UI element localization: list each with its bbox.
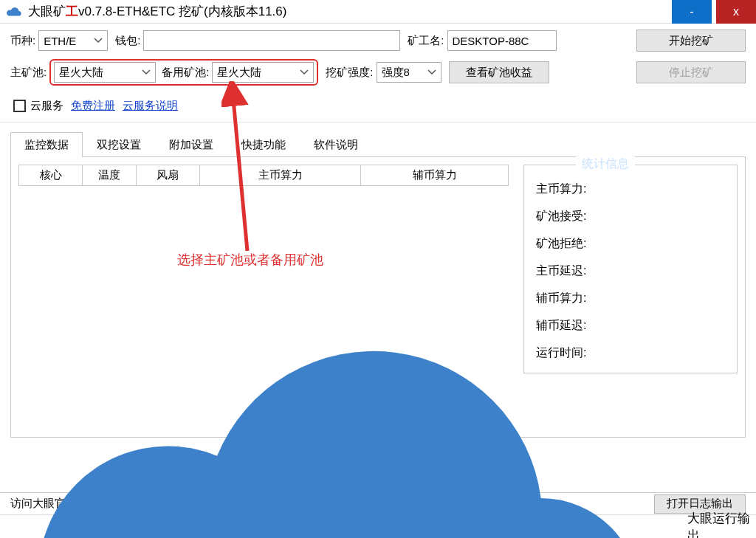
worker-value: DESKTOP-88C — [453, 35, 529, 47]
tabs: 监控数据 双挖设置 附加设置 快捷功能 软件说明 — [10, 131, 746, 157]
wallet-label: 钱包: — [115, 34, 140, 48]
stat-main-delay: 主币延迟: — [536, 263, 725, 279]
toolbar: 币种: ETH/E 钱包: 矿工名: DESKTOP-88C 开始挖矿 主矿池:… — [0, 24, 756, 86]
app-name: 大眼矿 — [28, 4, 66, 18]
titlebar: 大眼矿工v0.7.8-ETH&ETC 挖矿(内核版本11.6) - x — [0, 0, 756, 24]
worker-input[interactable]: DESKTOP-88C — [447, 30, 557, 51]
stats-title: 统计信息 — [576, 156, 635, 172]
main-pool-label: 主矿池: — [10, 66, 47, 80]
tab-additional[interactable]: 附加设置 — [155, 132, 227, 157]
stat-accepted: 矿池接受: — [536, 209, 725, 224]
start-mining-button[interactable]: 开始挖矿 — [636, 30, 746, 52]
stat-rejected: 矿池拒绝: — [536, 236, 725, 252]
toolbar-row-1: 币种: ETH/E 钱包: 矿工名: DESKTOP-88C 开始挖矿 — [10, 30, 746, 52]
cloud-help-link[interactable]: 云服务说明 — [123, 99, 178, 113]
grid-area: 核心 温度 风扇 主币算力 辅币算力 — [18, 165, 509, 186]
backup-pool-select[interactable]: 星火大陆 — [212, 62, 314, 83]
cloud-icon — [6, 6, 22, 18]
backup-pool-label: 备用矿池: — [162, 66, 209, 80]
window-title: 大眼矿工v0.7.8-ETH&ETC 挖矿(内核版本11.6) — [28, 3, 286, 20]
chevron-down-icon — [300, 69, 309, 75]
app-subtitle: -ETH&ETC 挖矿(内核版本11.6) — [112, 4, 286, 18]
main-pool-value: 星火大陆 — [59, 66, 103, 80]
stat-main-hash: 主币算力: — [536, 182, 725, 197]
free-register-link[interactable]: 免费注册 — [71, 99, 115, 113]
cloud-service-checkbox[interactable] — [13, 100, 26, 112]
minimize-button[interactable]: - — [672, 0, 712, 24]
grid-col-temp: 温度 — [83, 165, 137, 185]
worker-label: 矿工名: — [408, 34, 444, 48]
wallet-input[interactable] — [143, 30, 400, 51]
coin-select[interactable]: ETH/E — [38, 30, 108, 51]
grid-col-core: 核心 — [19, 165, 83, 185]
tab-dual-mining[interactable]: 双挖设置 — [83, 132, 155, 157]
cloud-service-row: 云服务 免费注册 云服务说明 — [0, 93, 756, 123]
cloud-service-label: 云服务 — [30, 99, 63, 113]
tab-about[interactable]: 软件说明 — [300, 132, 372, 157]
backup-pool-value: 星火大陆 — [217, 66, 261, 80]
view-earnings-button[interactable]: 查看矿池收益 — [449, 61, 549, 83]
grid-col-fan: 风扇 — [137, 165, 200, 185]
output-title: 大眼运行输出 — [687, 510, 756, 539]
tab-monitor[interactable]: 监控数据 — [10, 132, 83, 157]
pool-highlight-box: 星火大陆 备用矿池: 星火大陆 — [49, 59, 318, 86]
coin-select-value: ETH/E — [44, 35, 76, 47]
chevron-down-icon — [94, 38, 103, 44]
intensity-select[interactable]: 强度8 — [377, 62, 441, 83]
app-version: v0.7.8 — [78, 4, 112, 18]
grid-col-aux-hash: 辅币算力 — [361, 165, 508, 185]
grid-col-main-hash: 主币算力 — [200, 165, 361, 185]
intensity-label: 挖矿强度: — [326, 66, 373, 80]
grid-header: 核心 温度 风扇 主币算力 辅币算力 — [18, 165, 509, 186]
output-bar: 大眼运行输出 — [0, 514, 756, 538]
intensity-value: 强度8 — [382, 66, 410, 80]
close-button[interactable]: x — [716, 0, 756, 24]
toolbar-row-2: 主矿池: 星火大陆 备用矿池: 星火大陆 挖矿强度: 强度8 查看矿池收益 停止… — [10, 59, 746, 86]
coin-label: 币种: — [10, 34, 35, 48]
chevron-down-icon — [142, 69, 151, 75]
main-pool-select[interactable]: 星火大陆 — [54, 62, 156, 83]
tab-shortcuts[interactable]: 快捷功能 — [227, 132, 300, 157]
cloud-icon — [6, 301, 681, 538]
stop-mining-button[interactable]: 停止挖矿 — [636, 61, 746, 83]
chevron-down-icon — [427, 69, 436, 75]
app-name-highlight: 工 — [66, 4, 78, 18]
